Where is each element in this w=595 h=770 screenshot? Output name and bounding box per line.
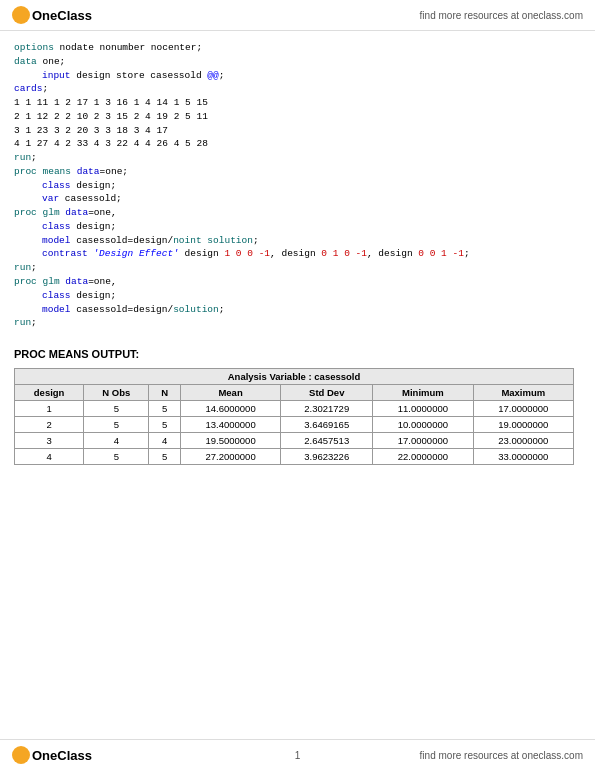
cell-maximum: 33.0000000 xyxy=(473,449,573,465)
cell-design: 4 xyxy=(15,449,84,465)
cell-n_obs: 5 xyxy=(84,449,149,465)
cell-mean: 13.4000000 xyxy=(180,417,280,433)
table-title: Analysis Variable : casessold xyxy=(15,369,574,385)
page-header: OneClass find more resources at oneclass… xyxy=(0,0,595,31)
cell-std_dev: 2.6457513 xyxy=(281,433,373,449)
col-header-n: N xyxy=(149,385,181,401)
code-line: class design; xyxy=(14,220,581,234)
footer-logo: OneClass xyxy=(12,746,92,764)
cell-n: 5 xyxy=(149,449,181,465)
footer-logo-circle-icon xyxy=(12,746,30,764)
header-link: find more resources at oneclass.com xyxy=(420,10,583,21)
cell-maximum: 17.0000000 xyxy=(473,401,573,417)
cell-n_obs: 5 xyxy=(84,417,149,433)
table-row: 45527.20000003.962322622.000000033.00000… xyxy=(15,449,574,465)
cell-n_obs: 4 xyxy=(84,433,149,449)
col-header-design: design xyxy=(15,385,84,401)
code-line: 3 1 23 3 2 20 3 3 18 3 4 17 xyxy=(14,124,581,138)
code-block: options nodate nonumber nocenter; data o… xyxy=(14,41,581,330)
cell-std_dev: 2.3021729 xyxy=(281,401,373,417)
cell-n: 5 xyxy=(149,417,181,433)
cell-minimum: 10.0000000 xyxy=(373,417,473,433)
col-header-mean: Mean xyxy=(180,385,280,401)
col-header-stddev: Std Dev xyxy=(281,385,373,401)
table-row: 15514.60000002.302172911.000000017.00000… xyxy=(15,401,574,417)
table-body: 15514.60000002.302172911.000000017.00000… xyxy=(15,401,574,465)
cell-std_dev: 3.6469165 xyxy=(281,417,373,433)
logo-text: OneClass xyxy=(32,8,92,23)
col-header-nobs: N Obs xyxy=(84,385,149,401)
section-heading: PROC MEANS OUTPUT: xyxy=(14,348,581,360)
code-line: proc glm data=one, xyxy=(14,206,581,220)
table-row: 25513.40000003.646916510.000000019.00000… xyxy=(15,417,574,433)
code-line: data one; xyxy=(14,55,581,69)
code-line: run; xyxy=(14,151,581,165)
code-line: cards; xyxy=(14,82,581,96)
cell-minimum: 11.0000000 xyxy=(373,401,473,417)
code-line: model casessold=design/noint solution; xyxy=(14,234,581,248)
code-line: proc glm data=one, xyxy=(14,275,581,289)
cell-n: 5 xyxy=(149,401,181,417)
code-line: class design; xyxy=(14,289,581,303)
code-line: var casessold; xyxy=(14,192,581,206)
cell-mean: 14.6000000 xyxy=(180,401,280,417)
table-header-row-2: design N Obs N Mean Std Dev Minimum Maxi… xyxy=(15,385,574,401)
cell-std_dev: 3.9623226 xyxy=(281,449,373,465)
cell-minimum: 22.0000000 xyxy=(373,449,473,465)
table-header-row-1: Analysis Variable : casessold xyxy=(15,369,574,385)
code-line: options nodate nonumber nocenter; xyxy=(14,41,581,55)
footer-link: find more resources at oneclass.com xyxy=(420,750,583,761)
code-line: proc means data=one; xyxy=(14,165,581,179)
cell-design: 2 xyxy=(15,417,84,433)
code-line: 1 1 11 1 2 17 1 3 16 1 4 14 1 5 15 xyxy=(14,96,581,110)
table-row: 34419.50000002.645751317.000000023.00000… xyxy=(15,433,574,449)
page-footer: OneClass 1 find more resources at onecla… xyxy=(0,739,595,770)
footer-logo-text: OneClass xyxy=(32,748,92,763)
code-line: run; xyxy=(14,261,581,275)
cell-mean: 19.5000000 xyxy=(180,433,280,449)
logo-circle-icon xyxy=(12,6,30,24)
main-content: options nodate nonumber nocenter; data o… xyxy=(0,31,595,475)
code-line: contrast 'Design Effect' design 1 0 0 -1… xyxy=(14,247,581,261)
code-line: class design; xyxy=(14,179,581,193)
code-line: run; xyxy=(14,316,581,330)
cell-design: 3 xyxy=(15,433,84,449)
cell-maximum: 23.0000000 xyxy=(473,433,573,449)
code-line: 4 1 27 4 2 33 4 3 22 4 4 26 4 5 28 xyxy=(14,137,581,151)
logo: OneClass xyxy=(12,6,92,24)
col-header-maximum: Maximum xyxy=(473,385,573,401)
cell-minimum: 17.0000000 xyxy=(373,433,473,449)
cell-mean: 27.2000000 xyxy=(180,449,280,465)
col-header-minimum: Minimum xyxy=(373,385,473,401)
code-line: model casessold=design/solution; xyxy=(14,303,581,317)
code-line: input design store casessold @@; xyxy=(14,69,581,83)
stats-table: Analysis Variable : casessold design N O… xyxy=(14,368,574,465)
cell-design: 1 xyxy=(15,401,84,417)
cell-n: 4 xyxy=(149,433,181,449)
code-line: 2 1 12 2 2 10 2 3 15 2 4 19 2 5 11 xyxy=(14,110,581,124)
page-number: 1 xyxy=(295,750,301,761)
cell-n_obs: 5 xyxy=(84,401,149,417)
cell-maximum: 19.0000000 xyxy=(473,417,573,433)
